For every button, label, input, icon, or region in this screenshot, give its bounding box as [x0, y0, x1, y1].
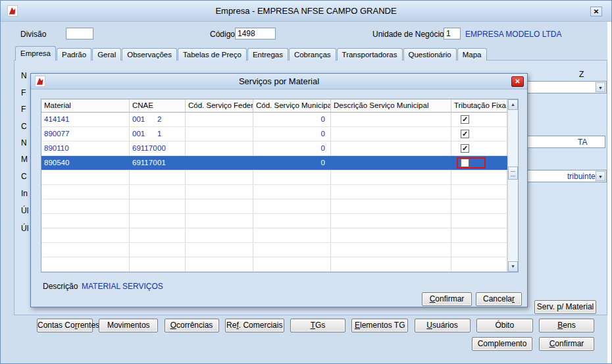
tributacao-cell — [451, 199, 507, 213]
table-row[interactable]: 890540691170010 — [41, 156, 507, 170]
scroll-up-icon[interactable]: ▲ — [508, 99, 518, 110]
column-header-cod-servico-municipal[interactable]: Cód. Serviço Municipal — [253, 99, 331, 113]
right-field-value-fragment: TA — [578, 138, 587, 147]
field-label-fragment: N — [21, 71, 27, 80]
cnae-sub-value: 00 — [157, 144, 166, 152]
scrollbar-thumb[interactable] — [508, 167, 518, 180]
tributacao-cell — [451, 156, 507, 170]
table-row-empty[interactable] — [41, 243, 507, 257]
tab-strip: Empresa Padrão Geral Observações Tabelas… — [15, 46, 488, 61]
tab-cobrancas[interactable]: Cobranças — [289, 48, 336, 61]
cnae-cell: 0012 — [130, 113, 186, 126]
descricao-value: MATERIAL SERVIÇOS — [82, 282, 163, 291]
chevron-down-icon[interactable]: ▼ — [596, 82, 605, 92]
descricao-cell — [331, 113, 451, 126]
column-header-tributacao-fixa[interactable]: Tributação Fixa — [451, 99, 507, 113]
material-cell — [41, 170, 130, 184]
tributacao-cell — [451, 214, 507, 228]
table-row-empty[interactable] — [41, 228, 507, 243]
cod-federal-cell — [186, 243, 253, 257]
vertical-scrollbar[interactable]: ▲ ▼ — [507, 99, 518, 272]
codigo-input[interactable]: 1498 — [235, 28, 276, 39]
cnae-sub-value: 1 — [157, 130, 161, 138]
usuarios-button[interactable]: Usuários — [415, 319, 471, 332]
contas-correntes-button[interactable]: Contas Correntes — [37, 319, 93, 332]
cod-federal-cell — [186, 199, 253, 213]
tab-observacoes[interactable]: Observações — [122, 48, 177, 61]
dialog-cancelar-button[interactable]: Cancelar — [476, 292, 522, 306]
scroll-down-icon[interactable]: ▼ — [508, 261, 518, 272]
dialog-confirmar-button[interactable]: Confirmar — [422, 292, 472, 306]
tab-empresa[interactable]: Empresa — [15, 46, 56, 61]
column-header-cod-servico-federal[interactable]: Cód. Serviço Federal — [186, 99, 253, 113]
cnae-cell: 0011 — [130, 127, 186, 141]
confirmar-button[interactable]: Confirmar — [539, 337, 594, 351]
bottom-button-row: Contas Correntes Movimentos Ocorrências … — [37, 319, 594, 332]
tributacao-cell — [451, 185, 507, 199]
bens-button[interactable]: Bens — [539, 319, 594, 332]
tributacao-cell — [451, 243, 507, 257]
servicos-por-material-dialog: Serviços por Material ✕ Material CNAE Có… — [30, 73, 528, 307]
divisao-input[interactable] — [66, 28, 93, 39]
tab-mapa[interactable]: Mapa — [457, 48, 487, 61]
empresa-window: Empresa - EMPRESA NFSE CAMPO GRANDE ✕ Di… — [0, 0, 612, 364]
table-row[interactable]: 890110691170000✓ — [41, 142, 507, 156]
material-cell — [41, 228, 130, 242]
table-row[interactable]: 41414100120✓ — [41, 113, 507, 127]
table-row[interactable]: 89007700110✓ — [41, 127, 507, 142]
window-close-button[interactable]: ✕ — [590, 7, 602, 16]
descricao-label: Descrição — [43, 282, 78, 291]
tributacao-fixa-checkbox[interactable]: ✓ — [461, 144, 469, 153]
material-cell — [41, 185, 130, 199]
descricao-cell — [331, 127, 451, 141]
movimentos-button[interactable]: Movimentos — [99, 319, 158, 332]
descricao-cell — [331, 170, 451, 184]
tab-questionario[interactable]: Questionário — [403, 48, 457, 61]
tgs-button[interactable]: TGs — [290, 319, 345, 332]
descricao-cell — [331, 199, 451, 213]
table-row-empty[interactable] — [41, 214, 507, 228]
field-label-fragment: C — [21, 122, 27, 131]
tributacao-cell: ✓ — [451, 127, 507, 141]
dialog-close-button[interactable]: ✕ — [511, 76, 524, 87]
column-header-cnae[interactable]: CNAE — [130, 99, 186, 113]
chevron-down-icon[interactable]: ▼ — [596, 171, 605, 181]
cnae-value: 691170 — [132, 156, 157, 170]
elementos-tg-button[interactable]: Elementos TG — [351, 319, 408, 332]
tab-geral[interactable]: Geral — [92, 48, 121, 61]
unidade-negocio-input[interactable]: 1 — [444, 28, 461, 39]
serv-p-material-button[interactable]: Serv. p/ Material — [534, 300, 596, 314]
complemento-button[interactable]: Complemento — [472, 337, 532, 351]
ref-comerciais-button[interactable]: Ref. Comerciais — [225, 319, 284, 332]
cod-federal-cell — [186, 214, 253, 228]
table-row-empty[interactable] — [41, 170, 507, 185]
field-label-fragment: Úl — [21, 224, 28, 233]
obito-button[interactable]: Óbito — [476, 319, 533, 332]
column-header-descricao-servico-municipal[interactable]: Descrição Serviço Municipal — [331, 99, 451, 113]
window-title: Empresa - EMPRESA NFSE CAMPO GRANDE — [1, 1, 611, 21]
material-cell — [41, 243, 130, 257]
ocorrencias-button[interactable]: Ocorrências — [165, 319, 219, 332]
tab-transportadoras[interactable]: Transportadoras — [337, 48, 403, 61]
tab-entregas[interactable]: Entregas — [247, 48, 288, 61]
tab-tabelas-de-preco[interactable]: Tabelas de Preço — [178, 48, 247, 61]
table-grid: Material CNAE Cód. Serviço Federal Cód. … — [41, 99, 507, 272]
field-label-fragment: Úl — [21, 206, 28, 215]
cnae-value: 691170 — [132, 142, 157, 155]
table-row-empty[interactable] — [41, 185, 507, 199]
table-row-empty[interactable] — [41, 199, 507, 214]
column-header-material[interactable]: Material — [41, 99, 130, 113]
tributacao-fixa-checkbox[interactable]: ✓ — [461, 130, 469, 138]
desktop-background — [607, 22, 612, 364]
cod-federal-cell — [186, 170, 253, 184]
table-row-empty[interactable] — [41, 257, 507, 272]
descricao-cell — [331, 257, 451, 271]
tab-padrao[interactable]: Padrão — [57, 48, 91, 61]
cod-municipal-cell — [253, 185, 331, 199]
cod-federal-cell — [186, 185, 253, 199]
cod-federal-cell — [186, 113, 253, 126]
window-titlebar: Empresa - EMPRESA NFSE CAMPO GRANDE ✕ — [1, 1, 611, 22]
descricao-cell — [331, 185, 451, 199]
tributacao-fixa-checkbox[interactable]: ✓ — [461, 115, 469, 124]
material-cell — [41, 214, 130, 228]
